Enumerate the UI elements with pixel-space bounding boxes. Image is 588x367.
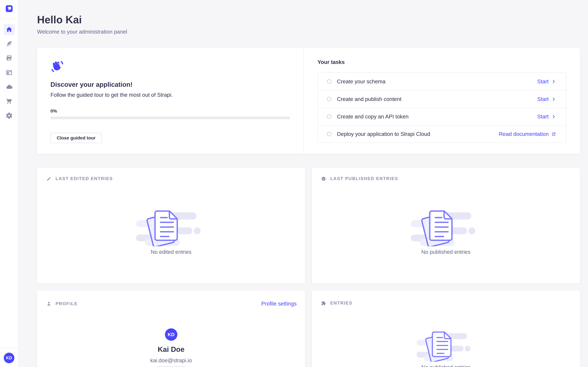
guided-tour-pane: Discover your application! Follow the gu… (37, 48, 304, 154)
close-guided-tour-button[interactable]: Close guided tour (51, 133, 102, 143)
guided-tour-card: Discover your application! Follow the gu… (37, 48, 580, 154)
guided-tour-title: Discover your application! (51, 81, 290, 88)
marketplace-cart-icon (6, 98, 13, 105)
profile-body: KD Kai Doe kai.doe@strapi.io (37, 328, 305, 367)
pencil-icon (46, 176, 51, 181)
task-action-label: Read documentation (499, 131, 549, 137)
last-published-entries-widget: LAST PUBLISHED ENTRIES No published entr… (312, 168, 580, 284)
task-status-circle-icon (327, 79, 331, 84)
task-row: Create your schema Start (318, 73, 566, 90)
empty-state-message: No edited entries (151, 249, 191, 255)
task-action-label: Start (537, 96, 549, 102)
chevron-right-icon (551, 97, 556, 102)
profile-email: kai.doe@strapi.io (150, 357, 192, 364)
task-start-link[interactable]: Start (537, 114, 556, 120)
page-subtitle: Welcome to your administration panel (37, 29, 588, 35)
empty-state: No edited entries (37, 209, 305, 255)
content-type-builder-icon (6, 69, 13, 76)
read-documentation-link[interactable]: Read documentation (499, 131, 556, 137)
task-action-label: Start (537, 114, 549, 120)
person-icon (46, 301, 51, 306)
sidebar-item-content-type-builder[interactable] (4, 67, 15, 78)
sidebar-item-content-manager[interactable] (4, 38, 15, 50)
waving-hand-icon (51, 60, 64, 73)
external-link-icon (551, 132, 556, 136)
task-status-circle-icon (327, 132, 331, 136)
tasks-list: Create your schema Start Create and publ… (318, 72, 566, 143)
entries-widget: ENTRIES No published entries (312, 291, 580, 367)
progress-bar (51, 117, 290, 119)
sidebar-user-avatar[interactable]: KD (4, 353, 14, 363)
sidebar-item-marketplace[interactable] (4, 96, 15, 107)
widget-title: ENTRIES (330, 300, 352, 306)
task-action-label: Start (537, 78, 549, 85)
task-status-circle-icon (327, 97, 331, 101)
task-row: Create and publish content Start (318, 90, 566, 108)
chevron-right-icon (551, 79, 556, 84)
task-label: Create and publish content (337, 96, 537, 102)
widget-title: LAST PUBLISHED ENTRIES (330, 176, 398, 181)
task-label: Create your schema (337, 78, 537, 85)
puzzle-icon (321, 301, 326, 306)
feather-icon (6, 41, 13, 47)
last-edited-entries-widget: LAST EDITED ENTRIES No edited entries (37, 168, 305, 284)
task-status-circle-icon (327, 114, 331, 119)
profile-name: Kai Doe (158, 345, 185, 353)
role-badge (156, 366, 186, 367)
check-circle-icon (321, 176, 326, 181)
task-label: Create and copy an API token (337, 114, 537, 120)
profile-avatar: KD (165, 328, 177, 341)
profile-widget: PROFILE Profile settings KD Kai Doe kai.… (37, 291, 305, 367)
main-content: Hello Kai Welcome to your administration… (19, 0, 588, 367)
widget-title: LAST EDITED ENTRIES (56, 176, 113, 181)
sidebar-item-home[interactable] (4, 24, 15, 35)
empty-state: No published entries (312, 330, 580, 367)
media-library-icon (6, 55, 13, 62)
profile-settings-link[interactable]: Profile settings (261, 300, 297, 307)
page-title: Hello Kai (37, 14, 588, 25)
widget-header: LAST PUBLISHED ENTRIES (312, 168, 580, 181)
widget-header: LAST EDITED ENTRIES (37, 168, 305, 181)
sidebar-item-settings[interactable] (4, 110, 15, 121)
tasks-title: Your tasks (318, 59, 566, 65)
task-row: Create and copy an API token Start (318, 108, 566, 125)
sidebar-item-strapi-cloud[interactable] (4, 81, 15, 92)
sidebar-divider (0, 19, 18, 19)
sidebar-divider (0, 348, 18, 348)
widget-title: PROFILE (56, 301, 78, 306)
page-header: Hello Kai Welcome to your administration… (19, 0, 588, 35)
settings-gear-icon (6, 112, 13, 119)
empty-state: No published entries (312, 209, 580, 255)
task-start-link[interactable]: Start (537, 96, 556, 102)
cloud-icon (6, 83, 13, 90)
widget-header: PROFILE Profile settings (37, 291, 305, 307)
empty-state-message: No published entries (421, 364, 471, 367)
empty-documents-illustration (416, 330, 475, 362)
task-start-link[interactable]: Start (537, 78, 556, 85)
strapi-logo-icon (6, 5, 13, 12)
guided-tour-subtitle: Follow the guided tour to get the most o… (51, 92, 290, 98)
empty-documents-illustration (136, 209, 206, 246)
sidebar: KD (0, 0, 18, 367)
task-row: Deploy your application to Strapi Cloud … (318, 125, 566, 142)
sidebar-item-media-library[interactable] (4, 53, 15, 64)
empty-state-message: No published entries (421, 249, 471, 255)
widget-header: ENTRIES (312, 291, 580, 306)
strapi-logo[interactable] (6, 5, 13, 12)
progress-label: 0% (51, 108, 290, 114)
tasks-pane: Your tasks Create your schema Start Crea… (304, 48, 580, 154)
chevron-right-icon (551, 114, 556, 119)
sidebar-nav (0, 24, 18, 121)
task-label: Deploy your application to Strapi Cloud (337, 131, 499, 137)
empty-documents-illustration (411, 209, 481, 246)
home-icon (6, 26, 13, 33)
